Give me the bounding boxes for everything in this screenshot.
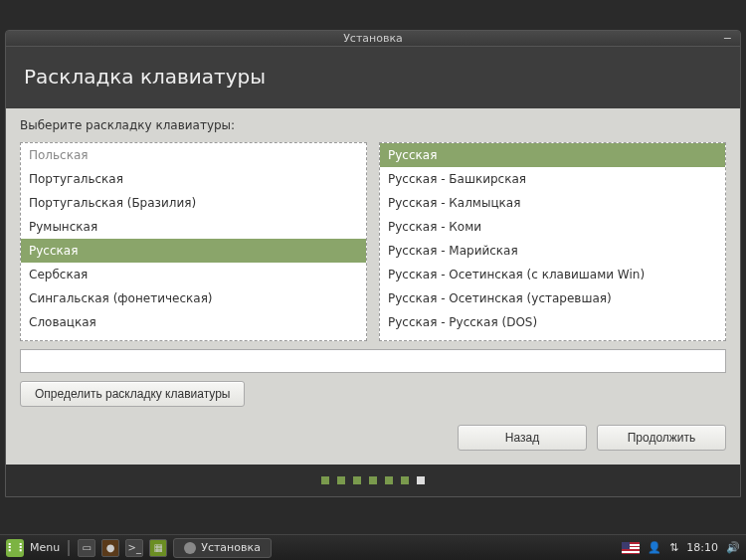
progress-dot (337, 476, 345, 484)
list-item[interactable]: Русская - Коми (380, 215, 725, 239)
content-area: Выберите раскладку клавиатуры: ПольскаяП… (6, 108, 740, 465)
progress-dot (369, 476, 377, 484)
list-item[interactable]: Русская - Калмыцкая (380, 191, 725, 215)
layout-variant-list[interactable]: РусскаяРусская - БашкирскаяРусская - Кал… (379, 142, 726, 341)
menu-button[interactable]: Menu (30, 541, 60, 554)
keyboard-test-input[interactable] (20, 349, 726, 373)
list-item[interactable]: Русская (380, 143, 725, 167)
minimize-icon[interactable]: − (723, 32, 732, 45)
network-icon[interactable]: ⇅ (669, 541, 678, 554)
progress-dots (6, 465, 740, 496)
user-icon[interactable]: 👤 (648, 541, 661, 554)
list-item[interactable]: Португальская (21, 167, 366, 191)
files-icon[interactable]: ▦ (149, 539, 167, 557)
system-tray: 👤 ⇅ 18:10 🔊 (622, 541, 740, 554)
separator (68, 540, 70, 556)
progress-dot (401, 476, 409, 484)
terminal-icon[interactable]: >_ (125, 539, 143, 557)
list-item[interactable]: Русская - Марийская (380, 239, 725, 263)
list-item[interactable]: Русская - Башкирская (380, 167, 725, 191)
keyboard-layout-flag-icon[interactable] (622, 542, 640, 554)
list-item[interactable]: Словацкая (21, 310, 366, 334)
task-label: Установка (201, 541, 261, 554)
clock[interactable]: 18:10 (686, 541, 718, 554)
page-title: Раскладка клавиатуры (24, 65, 266, 89)
list-item[interactable]: Русская - Осетинская (с клавишами Win) (380, 263, 725, 286)
prompt-label: Выберите раскладку клавиатуры: (20, 118, 726, 132)
list-item[interactable]: Польская (21, 143, 366, 167)
mint-logo-icon[interactable]: ⋮⋮ (6, 539, 24, 557)
nav-buttons: Назад Продолжить (20, 415, 726, 451)
list-item[interactable]: Русская (21, 239, 366, 263)
task-app-icon (184, 542, 196, 554)
progress-dot (417, 476, 425, 484)
taskbar: ⋮⋮ Menu ▭ ● >_ ▦ Установка 👤 ⇅ 18:10 🔊 (0, 534, 746, 560)
taskbar-active-window[interactable]: Установка (173, 538, 272, 558)
progress-dot (353, 476, 361, 484)
list-item[interactable]: Сербская (21, 263, 366, 286)
list-item[interactable]: Португальская (Бразилия) (21, 191, 366, 215)
show-desktop-icon[interactable]: ▭ (78, 539, 95, 557)
continue-button[interactable]: Продолжить (597, 425, 726, 451)
layout-language-list[interactable]: ПольскаяПортугальскаяПортугальская (Браз… (20, 142, 367, 341)
list-item[interactable]: Румынская (21, 215, 366, 239)
window-title: Установка (343, 32, 403, 45)
firefox-icon[interactable]: ● (101, 539, 119, 557)
progress-dot (385, 476, 393, 484)
volume-icon[interactable]: 🔊 (726, 541, 740, 554)
layout-lists: ПольскаяПортугальскаяПортугальская (Браз… (20, 142, 726, 341)
progress-dot (321, 476, 329, 484)
detect-layout-button[interactable]: Определить раскладку клавиатуры (20, 381, 245, 407)
titlebar[interactable]: Установка − (6, 31, 740, 47)
list-item[interactable]: Словенская (21, 334, 366, 341)
installer-window: Установка − Раскладка клавиатуры Выберит… (5, 30, 741, 497)
back-button[interactable]: Назад (458, 425, 587, 451)
list-item[interactable]: Сингальская (фонетическая) (21, 286, 366, 310)
list-item[interactable]: Русская - Русская (DOS) (380, 310, 725, 334)
list-item[interactable]: Русская - Осетинская (устаревшая) (380, 286, 725, 310)
page-header: Раскладка клавиатуры (6, 47, 740, 108)
